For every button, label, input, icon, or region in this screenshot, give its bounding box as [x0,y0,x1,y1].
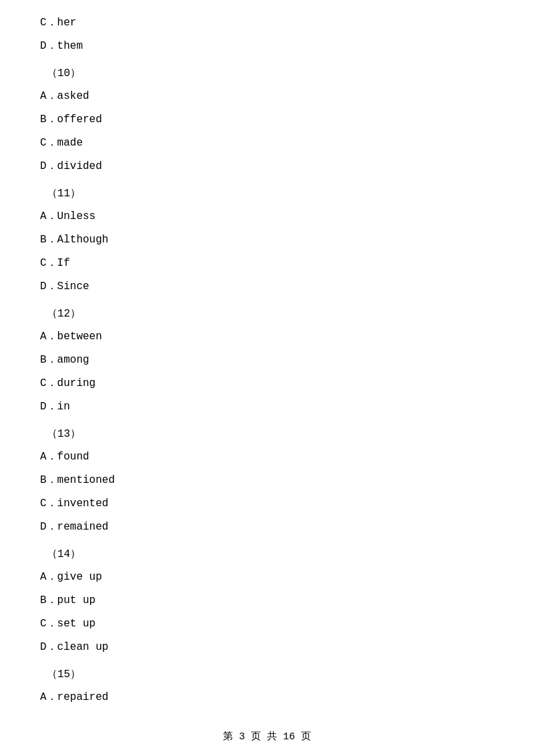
option-item: B．put up [40,591,494,610]
option-item: D．clean up [40,638,494,657]
option-item: D．them [40,37,494,56]
option-item: D．remained [40,518,494,537]
question-number: （10） [40,64,494,83]
option-item: B．mentioned [40,471,494,490]
option-item: D．divided [40,157,494,176]
option-item: A．asked [40,87,494,106]
option-item: A．found [40,447,494,467]
page-footer: 第 3 页 共 16 页 [0,730,534,743]
option-item: C．invented [40,494,494,514]
option-item: D．Since [40,277,494,297]
question-number: （13） [40,425,494,444]
option-item: A．repaired [40,688,494,707]
option-item: A．give up [40,568,494,587]
question-number: （11） [40,184,494,204]
option-item: D．in [40,397,494,417]
question-number: （14） [40,545,494,564]
option-item: B．among [40,351,494,370]
option-item: C．her [40,13,494,33]
option-item: C．made [40,134,494,153]
option-item: A．Unless [40,207,494,226]
option-item: B．offered [40,110,494,130]
option-item: B．Although [40,230,494,250]
option-item: C．set up [40,614,494,634]
option-item: A．between [40,327,494,347]
question-number: （15） [40,665,494,685]
option-item: C．during [40,374,494,393]
option-item: C．If [40,254,494,273]
question-number: （12） [40,305,494,324]
main-content: C．herD．them（10）A．askedB．offeredC．madeD．d… [0,0,534,751]
footer-text: 第 3 页 共 16 页 [223,731,311,743]
